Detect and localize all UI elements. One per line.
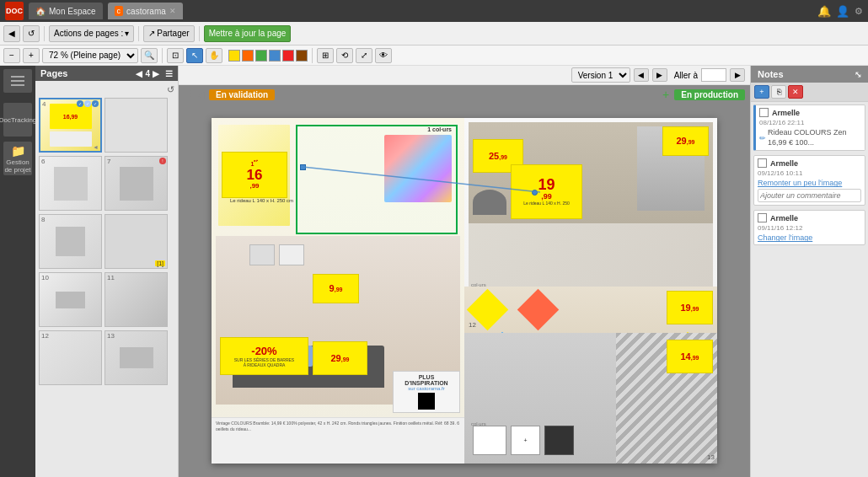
- crop-tool-button[interactable]: ⊞: [317, 48, 334, 63]
- fit-page-button[interactable]: ⊡: [167, 48, 184, 63]
- page-right[interactable]: 3: [464, 118, 717, 464]
- note-3-header: Armelle: [758, 213, 861, 222]
- hand-tool-button[interactable]: ✋: [206, 48, 222, 63]
- price-tag-9: 9,99: [313, 274, 359, 303]
- note-card-3: Armelle 09/11/16 12:12 Changer l'image: [753, 210, 865, 245]
- settings-icon[interactable]: ⚙: [855, 6, 863, 17]
- notification-icon[interactable]: 🔔: [817, 5, 831, 18]
- page-thumb-4[interactable]: 4 16,99 ✓ ✓ ✓ ◄: [39, 98, 102, 153]
- note-2-action[interactable]: Remonter un peu l'image: [758, 179, 861, 187]
- eye-tool-button[interactable]: 👁: [375, 48, 392, 63]
- pages-nav-left[interactable]: ◀: [136, 69, 142, 78]
- canvas-view: 2 1 col·urs 1ᵉʳ: [179, 104, 750, 477]
- refresh-pages-icon[interactable]: ↺: [167, 84, 174, 94]
- price-desc-1: Le rideau L 140 x H. 250 cm: [222, 198, 302, 203]
- copy-note-button[interactable]: ⎘: [771, 85, 786, 99]
- refresh-button[interactable]: ↺: [23, 25, 40, 42]
- zoom-select[interactable]: 72 % (Pleine page): [42, 48, 138, 63]
- zoom-in-button[interactable]: +: [23, 48, 40, 63]
- page-row-5: 12 13: [39, 330, 174, 385]
- search-zoom-button[interactable]: 🔍: [141, 48, 158, 63]
- note-2-comment-input[interactable]: [758, 189, 861, 202]
- note-1-author: Armelle: [772, 109, 800, 117]
- page-thumb-4b[interactable]: [104, 98, 168, 153]
- price-tag-right-19: 19 ,99 Le rideau L 140 x H. 250: [511, 164, 582, 219]
- zoom-out-button[interactable]: −: [3, 48, 20, 63]
- page-thumb-11[interactable]: 11: [104, 272, 168, 327]
- rotate-tool-button[interactable]: ⟲: [336, 48, 353, 63]
- pages-menu-icon[interactable]: ☰: [165, 69, 173, 78]
- update-button[interactable]: Mettre à jour la page: [204, 25, 292, 42]
- version-next-button[interactable]: ▶: [652, 68, 667, 82]
- page-thumb-12[interactable]: 12: [39, 330, 102, 385]
- main-toolbar: ◀ ↺ Actions de pages : ▾ ↗ Partager Mett…: [0, 22, 868, 46]
- menu-expand-icon[interactable]: ☰: [184, 89, 192, 100]
- notes-expand-icon[interactable]: ⤡: [855, 70, 861, 79]
- legal-text-area: Vintage COLOURS Bramble: 14,99 € 100% po…: [212, 417, 464, 464]
- page-thumb-8b[interactable]: [1]: [104, 214, 168, 269]
- share-button[interactable]: ↗ Partager: [143, 25, 194, 42]
- project-icon: 📁: [11, 144, 25, 158]
- edit-icon-1[interactable]: ✏: [759, 134, 766, 142]
- highlight-box-1: 1 col·urs: [296, 125, 458, 234]
- actions-label: Actions de pages :: [54, 29, 123, 38]
- pages-title: Pages: [40, 68, 67, 78]
- menu-toggle-button[interactable]: [3, 69, 32, 93]
- move-tool-button[interactable]: ⤢: [356, 48, 372, 63]
- page-thumb-13[interactable]: 13: [104, 330, 168, 385]
- goto-input[interactable]: [701, 68, 726, 82]
- price-tag-right-14: 14,99: [667, 340, 713, 373]
- color-swatch-red[interactable]: [282, 50, 294, 62]
- color-swatch-blue[interactable]: [269, 50, 281, 62]
- delete-note-button[interactable]: ✕: [788, 85, 803, 99]
- page-left[interactable]: 2 1 col·urs 1ᵉʳ: [212, 118, 464, 464]
- update-label: Mettre à jour la page: [209, 29, 287, 38]
- price-tag-29: 29,99: [313, 341, 367, 375]
- doctracking-button[interactable]: DocTracking: [3, 103, 32, 137]
- note-3-author: Armelle: [770, 214, 798, 222]
- color-swatch-dark[interactable]: [296, 50, 308, 62]
- note-2-date: 09/12/16 10:11: [758, 169, 861, 177]
- colurs-label-2: col·urs: [471, 421, 486, 426]
- page-row-3: 8 [1]: [39, 214, 174, 269]
- color-swatch-yellow[interactable]: [228, 50, 240, 62]
- note-2-author: Armelle: [770, 159, 798, 168]
- top-bar: DOC 🏠 Mon Espace c castorama ✕ 🔔 👤 ⚙: [0, 0, 868, 22]
- version-prev-button[interactable]: ◀: [634, 68, 649, 82]
- nav-left-icon[interactable]: ◀: [197, 89, 204, 100]
- page-thumb-7[interactable]: 7 !: [104, 156, 168, 211]
- pages-nav-right[interactable]: ▶: [153, 69, 159, 78]
- notes-list: Armelle 08/12/16 22:11 ✏ Rideau COLOURS …: [751, 102, 868, 477]
- share-label: Partager: [157, 29, 189, 38]
- add-note-button[interactable]: +: [754, 85, 769, 99]
- page-thumb-10[interactable]: 10: [39, 272, 102, 327]
- version-bar: Version 1 ◀ ▶ Aller à ▶: [179, 66, 750, 85]
- plus-icon[interactable]: +: [662, 88, 669, 101]
- page-thumb-8[interactable]: 8: [39, 214, 102, 269]
- color-swatch-orange[interactable]: [242, 50, 254, 62]
- tab-castorama[interactable]: c castorama ✕: [108, 3, 183, 19]
- note-3-checkbox[interactable]: [758, 213, 767, 222]
- user-icon[interactable]: 👤: [836, 5, 849, 18]
- note-2-checkbox[interactable]: [758, 158, 767, 168]
- canvas-area: Version 1 ◀ ▶ Aller à ▶ ☰ ◀ En validatio…: [179, 66, 750, 477]
- page-row-4: 10 11: [39, 272, 174, 327]
- note-1-checkbox[interactable]: [759, 108, 769, 117]
- version-select[interactable]: Version 1: [571, 67, 630, 83]
- pages-panel: Pages ◀ 4 ▶ ☰ ↺ 4 16,99: [35, 66, 179, 477]
- note-1-header: Armelle: [759, 108, 861, 117]
- project-management-button[interactable]: 📁 Gestion de projet: [3, 142, 32, 175]
- color-swatch-green[interactable]: [255, 50, 267, 62]
- cursor-tool-button[interactable]: ↖: [186, 48, 203, 63]
- status-badge-production: En production: [674, 89, 745, 100]
- note-card-1: Armelle 08/12/16 22:11 ✏ Rideau COLOURS …: [753, 105, 865, 151]
- tab-mon-espace[interactable]: 🏠 Mon Espace: [29, 3, 103, 19]
- back-button[interactable]: ◀: [3, 25, 20, 42]
- note-3-action[interactable]: Changer l'image: [758, 233, 861, 242]
- close-icon[interactable]: ✕: [169, 7, 176, 15]
- diamond-orange: [517, 288, 559, 330]
- actions-button[interactable]: Actions de pages : ▾: [49, 25, 134, 42]
- page-thumb-6[interactable]: 6: [39, 156, 102, 211]
- goto-button[interactable]: ▶: [730, 68, 745, 82]
- note-1-date: 08/12/16 22:11: [759, 119, 861, 126]
